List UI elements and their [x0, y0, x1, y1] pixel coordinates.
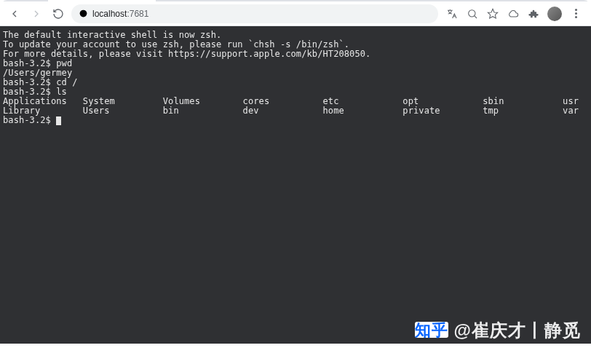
- motd-line-3: For more details, please visit https://s…: [3, 49, 370, 59]
- zhihu-logo: 知乎: [415, 322, 448, 338]
- watermark: 知乎 @崔庆才丨静觅: [415, 322, 581, 338]
- url-host: localhost: [92, 9, 127, 19]
- ls-row-2: Library Users bin dev home private tmp v…: [3, 106, 579, 116]
- cmd-pwd: pwd: [56, 58, 72, 68]
- new-tab-button[interactable]: +: [156, 0, 175, 1]
- cmd-ls: ls: [56, 87, 67, 97]
- pwd-output: /Users/germey: [3, 68, 72, 78]
- toolbar-right: [443, 7, 585, 21]
- terminal-output[interactable]: The default interactive shell is now zsh…: [0, 26, 591, 344]
- svg-marker-5: [488, 9, 497, 18]
- back-button[interactable]: [6, 5, 23, 23]
- bookmark-star-icon[interactable]: [486, 7, 499, 20]
- tab-strip: ▸_ bash (Roy-Server.fareast.corp × +: [0, 0, 591, 1]
- prompt: bash-3.2$: [3, 58, 51, 68]
- profile-avatar[interactable]: [547, 7, 562, 21]
- prompt: bash-3.2$: [3, 77, 51, 87]
- cursor: [56, 116, 61, 125]
- cmd-cd: cd /: [56, 77, 77, 87]
- watermark-text: @崔庆才丨静觅: [454, 325, 581, 335]
- ls-row-1: Applications System Volumes cores etc op…: [3, 96, 579, 106]
- browser-toolbar: localhost:7681: [0, 1, 591, 26]
- url-port: :7681: [127, 9, 148, 19]
- cloud-icon[interactable]: [507, 7, 520, 20]
- svg-point-3: [469, 9, 475, 16]
- info-icon: [79, 9, 88, 18]
- svg-line-4: [475, 15, 477, 17]
- prompt: bash-3.2$: [3, 87, 51, 97]
- prompt: bash-3.2$: [3, 115, 51, 125]
- forward-button[interactable]: [28, 5, 45, 23]
- motd-line-2: To update your account to use zsh, pleas…: [3, 39, 349, 50]
- address-bar[interactable]: localhost:7681: [71, 4, 438, 23]
- browser-tab[interactable]: ▸_ bash (Roy-Server.fareast.corp ×: [48, 0, 156, 1]
- extensions-icon[interactable]: [527, 7, 540, 20]
- zoom-icon[interactable]: [466, 7, 479, 20]
- motd-line-1: The default interactive shell is now zsh…: [3, 30, 221, 40]
- translate-icon[interactable]: [445, 7, 459, 20]
- reload-button[interactable]: [49, 5, 67, 23]
- menu-button[interactable]: [569, 7, 582, 20]
